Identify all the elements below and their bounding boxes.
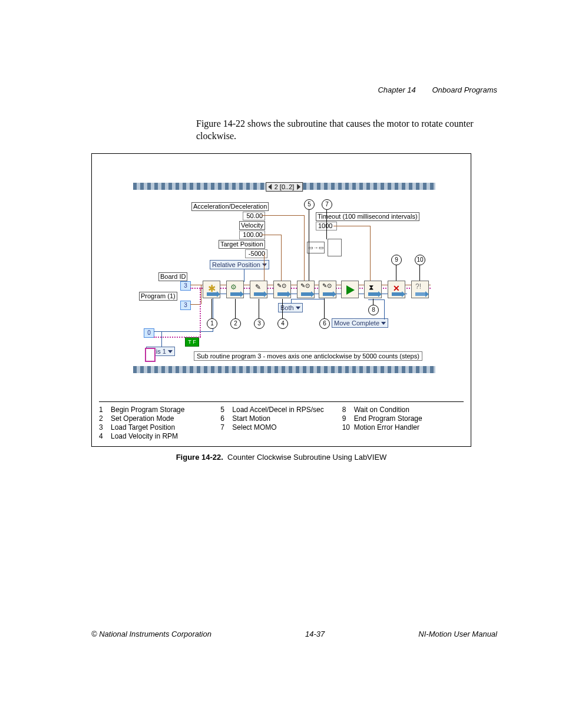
vi-start-motion [341, 281, 359, 298]
timeout-label: Timeout (100 millisecond intervals) [316, 212, 419, 221]
velocity-label: Velocity [239, 221, 265, 230]
figure-number: Figure 14-22. [176, 453, 223, 462]
callout-2: 2 [230, 318, 241, 329]
board-id-value: 3 [180, 281, 191, 291]
callout-8: 8 [368, 305, 379, 315]
case-structure: 2 [0..2] Acceleration/Deceleration 50.00… [133, 183, 435, 373]
labview-diagram: 2 [0..2] Acceleration/Deceleration 50.00… [92, 154, 471, 393]
footer-page-number: 14-37 [305, 630, 325, 638]
relative-position-dropdown: Relative Position [210, 260, 269, 269]
callout-10: 10 [415, 255, 425, 265]
sequence-bottom-border [133, 366, 435, 373]
page-header: Chapter 14 Onboard Programs [378, 85, 497, 94]
accel-value: 50.00 [243, 212, 265, 220]
callout-9: 9 [391, 255, 402, 265]
vi-end-program-storage [388, 281, 405, 298]
chapter-title: Onboard Programs [432, 85, 497, 94]
footer-copyright: © National Instruments Corporation [91, 630, 211, 638]
callout-6: 6 [319, 318, 330, 329]
board-id-label: Board ID [158, 272, 187, 281]
vi-load-target-position: ✎ [250, 281, 267, 298]
momo-cluster-icon [328, 239, 342, 256]
program-label: Program (1) [139, 292, 177, 301]
program-value: 3 [180, 301, 191, 310]
legend-col-3: 8Wait on Condition 9End Program Storage … [342, 406, 464, 441]
legend-col-1: 1Begin Program Storage 2Set Operation Mo… [99, 406, 220, 441]
vi-begin-program-storage: ✱ [203, 281, 220, 298]
callout-3: 3 [254, 318, 265, 329]
figure-caption-text: Counter Clockwise Subroutine Using LabVI… [227, 453, 386, 462]
target-pos-label: Target Position [219, 240, 265, 249]
callout-1: 1 [207, 318, 217, 329]
move-complete-dropdown: Move Complete [332, 318, 388, 328]
callout-4: 4 [277, 318, 288, 329]
prog-indicator [145, 348, 156, 362]
callout-7: 7 [322, 199, 332, 210]
momo-icon: ▭→▭ [307, 242, 325, 253]
footer-manual-title: NI-Motion User Manual [418, 630, 497, 638]
vi-wait-on-condition: ⧗ [364, 281, 382, 298]
vi-motion-error-handler: ?! [411, 281, 429, 298]
callout-5: 5 [304, 199, 315, 210]
vi-set-operation-mode: ⚙ [226, 281, 244, 298]
zero-constant: 0 [144, 328, 154, 338]
legend-col-2: 5Load Accel/Decel in RPS/sec 6Start Moti… [220, 406, 342, 441]
page-footer: © National Instruments Corporation 14-37… [91, 630, 497, 638]
chapter-number: Chapter 14 [378, 85, 415, 94]
vi-load-velocity-rpm: ✎⊙ [273, 281, 291, 298]
vi-select-momo: ✎⊙ [319, 281, 336, 298]
figure-container: 2 [0..2] Acceleration/Deceleration 50.00… [91, 153, 471, 447]
figure-caption: Figure 14-22. Counter Clockwise Subrouti… [91, 453, 471, 462]
figure-legend: 1Begin Program Storage 2Set Operation Mo… [99, 401, 464, 441]
tf-indicator: T F [185, 337, 199, 347]
case-selector: 2 [0..2] [266, 182, 303, 192]
vi-load-accel-decel: ✎⊙ [297, 281, 315, 298]
body-paragraph: Figure 14-22 shows the subroutine that c… [196, 118, 497, 143]
accel-label: Acceleration/Deceleration [191, 202, 269, 211]
subroutine-comment: Sub routine program 3 - moves axis one a… [194, 351, 422, 361]
